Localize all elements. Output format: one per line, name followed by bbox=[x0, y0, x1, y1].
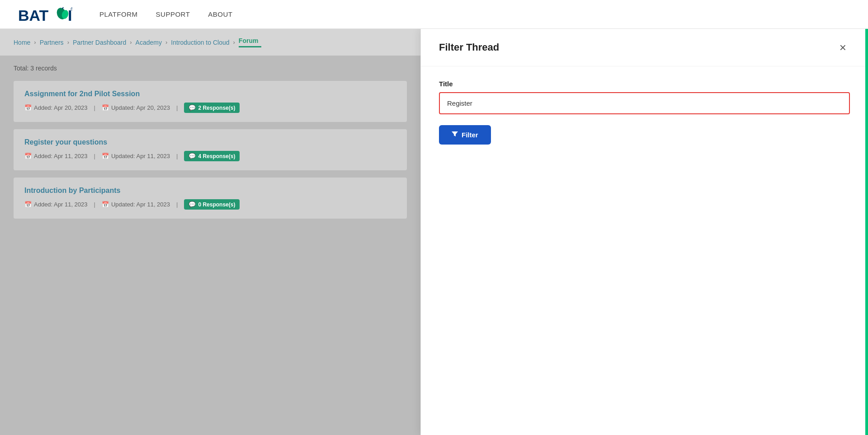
header: BAT I ® PLATFORM SUPPORT ABOUT bbox=[0, 0, 868, 29]
breadcrumb-sep-1: › bbox=[34, 39, 36, 46]
thread-added-3: 📅 Added: Apr 11, 2023 bbox=[24, 201, 88, 208]
title-input[interactable] bbox=[439, 92, 850, 114]
thread-updated-2: 📅 Updated: Apr 11, 2023 bbox=[102, 153, 170, 159]
forum-content: Total: 3 records Assignment for 2nd Pilo… bbox=[0, 56, 420, 235]
filter-panel: Filter Thread × Title Filter bbox=[420, 29, 868, 435]
response-badge-1: 💬 2 Response(s) bbox=[184, 103, 240, 113]
chat-icon-3: 💬 bbox=[189, 201, 196, 208]
breadcrumb-partners[interactable]: Partners bbox=[40, 39, 64, 46]
thread-added-label-3: Added: Apr 11, 2023 bbox=[34, 201, 88, 208]
thread-added-label-1: Added: Apr 20, 2023 bbox=[34, 104, 88, 111]
close-button[interactable]: × bbox=[836, 40, 850, 55]
nav-item-about[interactable]: ABOUT bbox=[208, 10, 232, 19]
nav-link-platform[interactable]: PLATFORM bbox=[99, 10, 138, 18]
filter-panel-body: Title Filter bbox=[421, 66, 868, 158]
breadcrumb-sep-2: › bbox=[67, 39, 69, 46]
meta-sep-1a: | bbox=[94, 104, 95, 111]
breadcrumb-sep-5: › bbox=[233, 39, 235, 46]
calendar-icon-2b: 📅 bbox=[102, 153, 109, 159]
svg-text:®: ® bbox=[71, 6, 72, 12]
logo-svg: BAT I ® bbox=[18, 5, 72, 24]
meta-sep-2a: | bbox=[94, 153, 95, 159]
main-nav: PLATFORM SUPPORT ABOUT bbox=[99, 10, 233, 19]
nav-item-support[interactable]: SUPPORT bbox=[156, 10, 190, 19]
filter-panel-title: Filter Thread bbox=[439, 42, 499, 53]
chat-icon-2: 💬 bbox=[189, 153, 196, 159]
meta-sep-1b: | bbox=[176, 104, 178, 111]
calendar-icon-2: 📅 bbox=[24, 153, 32, 159]
thread-added-1: 📅 Added: Apr 20, 2023 bbox=[24, 104, 88, 111]
nav-link-about[interactable]: ABOUT bbox=[208, 10, 232, 18]
response-badge-3: 💬 0 Response(s) bbox=[184, 199, 240, 210]
thread-updated-3: 📅 Updated: Apr 11, 2023 bbox=[102, 201, 170, 208]
breadcrumb-intro-cloud[interactable]: Introduction to Cloud bbox=[171, 39, 229, 46]
nav-link-support[interactable]: SUPPORT bbox=[156, 10, 190, 18]
thread-updated-label-2: Updated: Apr 11, 2023 bbox=[111, 153, 170, 159]
thread-added-label-2: Added: Apr 11, 2023 bbox=[34, 153, 88, 159]
total-records: Total: 3 records bbox=[14, 65, 407, 72]
response-label-1: 2 Response(s) bbox=[198, 105, 235, 111]
thread-title-3[interactable]: Introduction by Participants bbox=[24, 187, 396, 195]
svg-text:BAT: BAT bbox=[18, 7, 49, 24]
meta-sep-3a: | bbox=[94, 201, 95, 208]
thread-meta-1: 📅 Added: Apr 20, 2023 | 📅 Updated: Apr 2… bbox=[24, 103, 396, 113]
content-area: Home › Partners › Partner Dashboard › Ac… bbox=[0, 29, 420, 435]
thread-updated-label-1: Updated: Apr 20, 2023 bbox=[111, 104, 170, 111]
nav-list: PLATFORM SUPPORT ABOUT bbox=[99, 10, 233, 19]
thread-updated-1: 📅 Updated: Apr 20, 2023 bbox=[102, 104, 170, 111]
thread-title-1[interactable]: Assignment for 2nd Pilot Session bbox=[24, 90, 396, 98]
thread-updated-label-3: Updated: Apr 11, 2023 bbox=[111, 201, 170, 208]
response-label-3: 0 Response(s) bbox=[198, 201, 235, 208]
calendar-icon-3: 📅 bbox=[24, 201, 32, 208]
filter-panel-header: Filter Thread × bbox=[421, 29, 868, 66]
thread-added-2: 📅 Added: Apr 11, 2023 bbox=[24, 153, 88, 159]
title-field-label: Title bbox=[439, 80, 850, 88]
breadcrumb-forum: Forum bbox=[239, 37, 259, 44]
thread-meta-2: 📅 Added: Apr 11, 2023 | 📅 Updated: Apr 1… bbox=[24, 151, 396, 161]
chat-icon-1: 💬 bbox=[189, 104, 196, 111]
breadcrumb-home[interactable]: Home bbox=[14, 39, 30, 46]
meta-sep-3b: | bbox=[176, 201, 178, 208]
thread-item-3: Introduction by Participants 📅 Added: Ap… bbox=[14, 178, 407, 219]
breadcrumb-partner-dashboard[interactable]: Partner Dashboard bbox=[73, 39, 126, 46]
main-wrapper: Home › Partners › Partner Dashboard › Ac… bbox=[0, 29, 868, 435]
meta-sep-2b: | bbox=[176, 153, 178, 159]
filter-funnel-icon bbox=[452, 131, 458, 139]
thread-meta-3: 📅 Added: Apr 11, 2023 | 📅 Updated: Apr 1… bbox=[24, 199, 396, 210]
logo: BAT I ® bbox=[18, 5, 72, 24]
breadcrumb-academy[interactable]: Academy bbox=[136, 39, 162, 46]
breadcrumb-underline bbox=[239, 46, 261, 47]
response-label-2: 4 Response(s) bbox=[198, 153, 235, 159]
thread-item-1: Assignment for 2nd Pilot Session 📅 Added… bbox=[14, 81, 407, 122]
thread-title-2[interactable]: Register your questions bbox=[24, 138, 396, 146]
filter-button[interactable]: Filter bbox=[439, 125, 491, 145]
response-badge-2: 💬 4 Response(s) bbox=[184, 151, 240, 161]
breadcrumb-sep-4: › bbox=[165, 39, 167, 46]
thread-item-2: Register your questions 📅 Added: Apr 11,… bbox=[14, 129, 407, 170]
filter-button-label: Filter bbox=[462, 131, 478, 139]
breadcrumb-sep-3: › bbox=[130, 39, 132, 46]
nav-item-platform[interactable]: PLATFORM bbox=[99, 10, 138, 19]
calendar-icon-1b: 📅 bbox=[102, 104, 109, 111]
calendar-icon-1: 📅 bbox=[24, 104, 32, 111]
calendar-icon-3b: 📅 bbox=[102, 201, 109, 208]
breadcrumb: Home › Partners › Partner Dashboard › Ac… bbox=[0, 29, 420, 56]
